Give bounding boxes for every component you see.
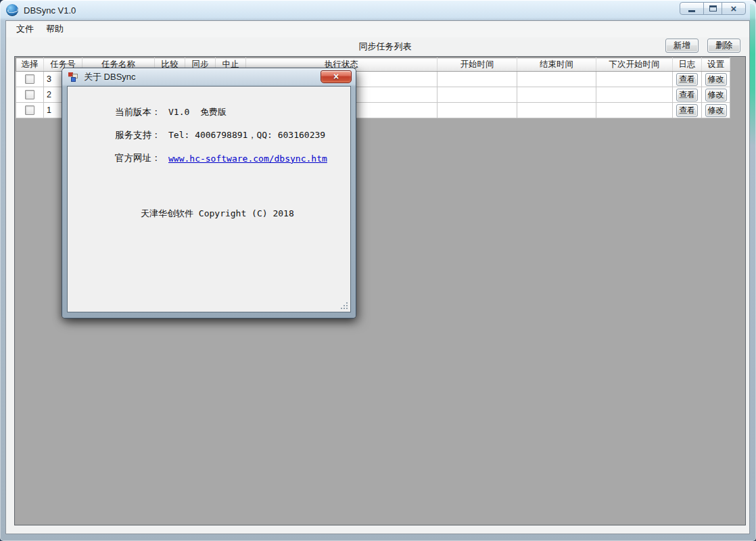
start-time-cell	[438, 103, 517, 118]
col-header-end-time[interactable]: 结束时间	[517, 58, 596, 72]
col-header-start-time[interactable]: 开始时间	[438, 58, 517, 72]
support-value: Tel: 4006798891，QQ: 603160239	[168, 129, 325, 141]
about-dialog-body: 当前版本： V1.0 免费版 服务支持： Tel: 4006798891，QQ:…	[67, 86, 351, 312]
toolbar: 同步任务列表 新增 删除	[6, 37, 749, 56]
col-header-select[interactable]: 选择	[16, 58, 44, 72]
menu-item-file[interactable]: 文件	[10, 21, 40, 37]
version-label: 当前版本：	[115, 106, 168, 118]
end-time-cell	[517, 103, 596, 118]
next-start-time-cell	[596, 103, 673, 118]
add-task-button[interactable]: 新增	[665, 39, 699, 53]
dialog-close-icon: ×	[333, 72, 339, 81]
view-log-button[interactable]: 查看	[676, 104, 698, 117]
maximize-button[interactable]	[703, 2, 722, 15]
menu-item-help[interactable]: 帮助	[40, 21, 70, 37]
about-dialog-title: 关于 DBSync	[84, 71, 136, 83]
resize-grip[interactable]	[341, 302, 348, 310]
next-start-time-cell	[596, 87, 673, 103]
version-value: V1.0 免费版	[168, 106, 227, 118]
modify-settings-button[interactable]: 修改	[705, 73, 727, 86]
row-checkbox[interactable]	[25, 90, 34, 99]
modify-settings-button[interactable]: 修改	[705, 104, 727, 117]
copyright-text: 天津华创软件 Copyright (C) 2018	[141, 208, 350, 220]
close-icon: ×	[731, 3, 737, 14]
end-time-cell	[517, 87, 596, 103]
about-dialog-titlebar[interactable]: 关于 DBSync ×	[62, 68, 356, 86]
website-row: 官方网址： www.hc-software.com/dbsync.htm	[115, 151, 350, 166]
col-header-next-start-time[interactable]: 下次开始时间	[596, 58, 673, 72]
website-label: 官方网址：	[115, 152, 168, 164]
minimize-button[interactable]	[680, 2, 704, 15]
close-button[interactable]: ×	[722, 2, 746, 15]
version-row: 当前版本： V1.0 免费版	[115, 105, 350, 120]
window-titlebar[interactable]: DBSync V1.0 ×	[0, 0, 756, 20]
task-list-title: 同步任务列表	[6, 41, 749, 53]
website-link[interactable]: www.hc-software.com/dbsync.htm	[168, 154, 327, 164]
view-log-button[interactable]: 查看	[676, 89, 698, 101]
about-dialog: 关于 DBSync × 当前版本： V1.0 免费版 服务支持： Tel: 40…	[62, 68, 356, 318]
col-header-log[interactable]: 日志	[673, 58, 702, 72]
window-controls: ×	[680, 2, 746, 15]
row-checkbox[interactable]	[25, 105, 34, 115]
delete-task-button[interactable]: 删除	[707, 39, 740, 53]
app-window: DBSync V1.0 × 文件 帮助 同步任务列表 新增 删除	[0, 0, 756, 541]
end-time-cell	[517, 72, 596, 87]
winform-icon	[68, 72, 79, 83]
col-header-settings[interactable]: 设置	[702, 58, 730, 72]
minimize-icon	[688, 10, 695, 12]
dialog-close-button[interactable]: ×	[321, 70, 352, 83]
maximize-icon	[709, 5, 717, 11]
row-checkbox[interactable]	[25, 74, 34, 84]
view-log-button[interactable]: 查看	[676, 73, 698, 86]
aero-frame-accent	[750, 4, 755, 146]
next-start-time-cell	[596, 72, 673, 87]
support-label: 服务支持：	[115, 129, 168, 141]
support-row: 服务支持： Tel: 4006798891，QQ: 603160239	[115, 128, 350, 143]
toolbar-buttons: 新增 删除	[665, 39, 740, 53]
window-title: DBSync V1.0	[24, 5, 76, 16]
dbsync-app-icon	[6, 4, 18, 16]
start-time-cell	[438, 87, 517, 103]
modify-settings-button[interactable]: 修改	[705, 89, 727, 101]
menu-bar: 文件 帮助	[6, 21, 749, 37]
start-time-cell	[438, 72, 517, 87]
